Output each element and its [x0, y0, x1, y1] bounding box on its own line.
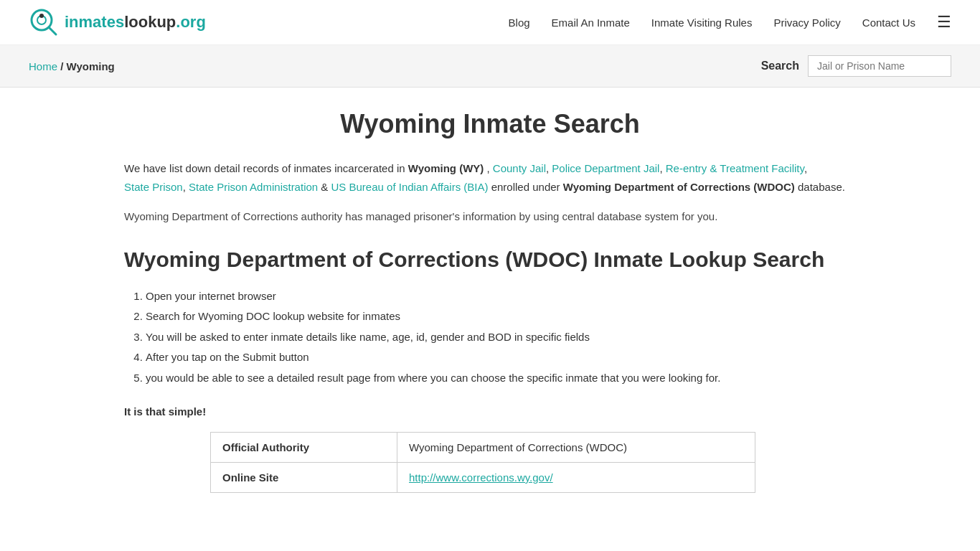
- intro-paragraph: We have list down detail records of inma…: [124, 159, 856, 196]
- breadcrumb-separator: /: [60, 60, 66, 72]
- breadcrumb-bar: Home / Wyoming Search: [0, 45, 980, 88]
- intro-text-3: enrolled under: [489, 181, 563, 193]
- table-cell-value: Wyoming Department of Corrections (WDOC): [397, 433, 755, 463]
- authority-paragraph: Wyoming Department of Corrections author…: [124, 207, 856, 226]
- top-navigation: inmateslookup.org Blog Email An Inmate I…: [0, 0, 980, 45]
- search-input[interactable]: [808, 55, 951, 77]
- steps-list: Open your internet browser Search for Wy…: [124, 286, 856, 389]
- intro-text-4: database.: [795, 181, 845, 193]
- list-item: Open your internet browser: [146, 286, 856, 307]
- list-item: After you tap on the Submit button: [146, 347, 856, 368]
- intro-bold-wy: Wyoming (WY): [408, 162, 484, 174]
- breadcrumb-current: Wyoming: [67, 60, 115, 72]
- link-state-prison[interactable]: State Prison: [124, 181, 183, 193]
- nav-links: Blog Email An Inmate Inmate Visiting Rul…: [509, 13, 951, 32]
- table-cell-label: Official Authority: [211, 433, 397, 463]
- section-title: Wyoming Department of Corrections (WDOC)…: [124, 248, 856, 272]
- search-area: Search: [761, 55, 951, 77]
- logo-icon: [29, 7, 59, 37]
- link-police-dept[interactable]: Police Department Jail: [552, 162, 659, 174]
- nav-email-inmate[interactable]: Email An Inmate: [552, 17, 630, 29]
- hamburger-icon[interactable]: ☰: [937, 13, 951, 32]
- list-item: You will be asked to enter inmate detail…: [146, 327, 856, 348]
- link-reentry[interactable]: Re-entry & Treatment Facility: [666, 162, 804, 174]
- link-county-jail[interactable]: County Jail: [493, 162, 546, 174]
- simple-text: It is that simple!: [124, 405, 856, 418]
- logo[interactable]: inmateslookup.org: [29, 7, 206, 37]
- link-state-prison-admin[interactable]: State Prison Administration: [189, 181, 318, 193]
- table-row: Online Site http://www.corrections.wy.go…: [211, 463, 755, 493]
- list-item: Search for Wyoming DOC lookup website fo…: [146, 306, 856, 327]
- svg-line-3: [49, 27, 56, 34]
- table-cell-label: Online Site: [211, 463, 397, 493]
- breadcrumb-home[interactable]: Home: [29, 60, 57, 72]
- intro-bold-wdoc: Wyoming Department of Corrections (WDOC): [563, 181, 795, 193]
- logo-text: inmateslookup.org: [65, 13, 206, 32]
- table-cell-link: http://www.corrections.wy.gov/: [397, 463, 755, 493]
- link-bia[interactable]: US Bureau of Indian Affairs (BIA): [331, 181, 489, 193]
- nav-blog[interactable]: Blog: [509, 17, 530, 29]
- table-row: Official Authority Wyoming Department of…: [211, 433, 755, 463]
- main-content: Wyoming Inmate Search We have list down …: [95, 88, 885, 514]
- nav-contact-us[interactable]: Contact Us: [862, 17, 915, 29]
- search-label: Search: [761, 60, 799, 72]
- breadcrumb: Home / Wyoming: [29, 60, 115, 72]
- online-site-link[interactable]: http://www.corrections.wy.gov/: [409, 471, 553, 484]
- list-item: you would be able to see a detailed resu…: [146, 368, 856, 389]
- intro-text-1: We have list down detail records of inma…: [124, 162, 408, 174]
- svg-point-2: [39, 14, 44, 18]
- nav-privacy-policy[interactable]: Privacy Policy: [773, 17, 840, 29]
- intro-text-2: ,: [484, 162, 493, 174]
- info-table: Official Authority Wyoming Department of…: [210, 432, 755, 493]
- page-title: Wyoming Inmate Search: [124, 109, 856, 139]
- nav-visiting-rules[interactable]: Inmate Visiting Rules: [651, 17, 753, 29]
